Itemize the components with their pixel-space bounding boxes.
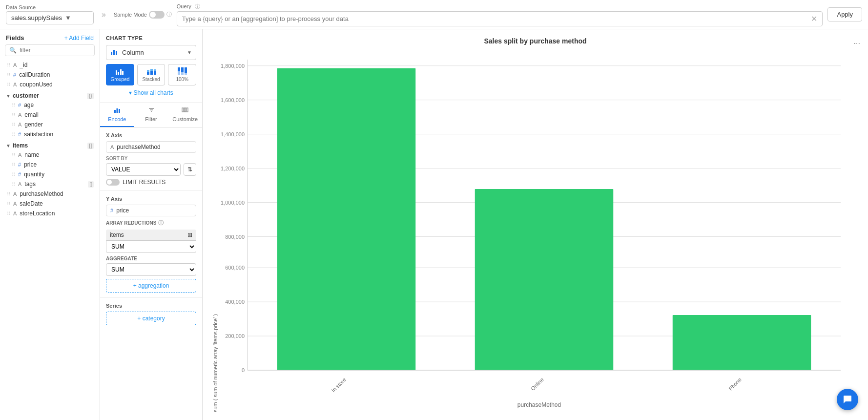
field-item[interactable]: ⠿ A name [0, 150, 100, 160]
field-item[interactable]: ⠿ # callDuration [0, 70, 100, 80]
svg-rect-3 [116, 70, 117, 75]
section-type-badge: {} [87, 93, 94, 99]
hundred-percent-variant-button[interactable]: 100% [168, 64, 196, 85]
search-icon: 🔍 [9, 47, 17, 54]
svg-text:1,600,000: 1,600,000 [221, 97, 245, 103]
array-reduction-remove-icon[interactable]: ⊞ [187, 231, 192, 238]
chart-type-select[interactable]: Column ▼ [106, 45, 196, 60]
svg-rect-20 [116, 108, 118, 113]
field-item[interactable]: ⠿ A purchaseMethod [0, 189, 100, 199]
items-section-header[interactable]: ▼ items [] [0, 139, 100, 150]
fields-panel: Fields + Add Field 🔍 ⠿ A _id ⠿ # callDur… [0, 29, 100, 420]
datasource-select[interactable]: sales.supplySales ▼ [6, 11, 94, 24]
array-reduction-select[interactable]: SUM AVG [106, 240, 196, 253]
field-type-text-icon: A [110, 144, 114, 150]
field-item[interactable]: ⠿ # price [0, 160, 100, 169]
sort-select[interactable]: VALUE LABEL COUNT [106, 163, 181, 176]
field-item[interactable]: ⠿ A saleDate [0, 199, 100, 209]
field-item[interactable]: ⠿ # quantity [0, 169, 100, 179]
section-collapse-icon: ▼ [6, 143, 11, 148]
sort-select-row: VALUE LABEL COUNT ⇅ [106, 163, 196, 176]
fields-list: ⠿ A _id ⠿ # callDuration ⠿ A couponUsed … [0, 60, 100, 420]
hundred-percent-label: 100% [176, 77, 188, 82]
field-item[interactable]: ⠿ A storeLocation [0, 209, 100, 218]
field-item[interactable]: ⠿ A tags [] [0, 179, 100, 189]
tab-filter[interactable]: Filter [134, 103, 168, 127]
aggregate-select[interactable]: SUM AVG COUNT [106, 263, 196, 276]
drag-handle-icon: ⠿ [12, 112, 15, 118]
section-label: customer [13, 92, 39, 99]
chart-title: Sales split by purchase method [484, 37, 586, 45]
field-item[interactable]: ⠿ A _id [0, 60, 100, 70]
customize-tab-label: Customize [172, 116, 198, 122]
array-reduction-item: items ⊞ SUM AVG [106, 230, 196, 253]
svg-rect-5 [120, 69, 122, 75]
svg-rect-16 [181, 67, 184, 72]
add-field-button[interactable]: + Add Field [64, 35, 94, 42]
data-source-label: Data Source [6, 4, 94, 10]
stacked-variant-button[interactable]: Stacked [137, 64, 165, 85]
aggregate-label: AGGREGATE [106, 256, 196, 261]
sample-mode-label: Sample Mode ⓘ [114, 11, 172, 19]
tab-customize[interactable]: Customize [168, 103, 202, 127]
field-type-text-icon: A [13, 62, 17, 68]
svg-rect-2 [116, 51, 117, 55]
field-item[interactable]: ⠿ A email [0, 110, 100, 120]
limit-results-toggle[interactable] [106, 179, 120, 186]
customer-section-header[interactable]: ▼ customer {} [0, 89, 100, 100]
grouped-label: Grouped [110, 77, 129, 82]
fields-title: Fields [6, 34, 24, 42]
field-type-text-icon: A [18, 181, 21, 187]
drag-handle-icon: ⠿ [12, 182, 15, 187]
query-input[interactable] [182, 15, 807, 22]
show-all-charts-link[interactable]: ▾ Show all charts [106, 89, 196, 96]
y-axis-section: Y Axis # price ARRAY REDUCTIONS ⓘ items … [100, 191, 202, 298]
chart-container: sum ( sum of numeric array 'items.price'… [210, 50, 860, 412]
sort-direction-button[interactable]: ⇅ [184, 163, 196, 176]
sample-mode-toggle[interactable] [149, 11, 165, 19]
svg-rect-1 [113, 50, 115, 55]
field-item[interactable]: ⠿ # satisfaction [0, 129, 100, 139]
field-name: name [24, 151, 39, 158]
svg-text:400,000: 400,000 [225, 299, 245, 305]
grouped-variant-button[interactable]: Grouped [106, 64, 134, 85]
add-aggregation-button[interactable]: + aggregation [106, 279, 196, 293]
chart-menu-button[interactable]: ... [854, 37, 860, 46]
field-type-text-icon: A [18, 122, 21, 127]
array-reductions-info-icon[interactable]: ⓘ [158, 219, 164, 227]
tab-encode[interactable]: Encode [100, 103, 134, 127]
field-name: callDuration [19, 71, 50, 78]
svg-text:0: 0 [242, 367, 245, 373]
add-series-button[interactable]: + category [106, 312, 196, 325]
field-type-text-icon: A [13, 201, 17, 207]
y-axis-field-name: price [116, 207, 129, 214]
filter-tab-icon [148, 106, 155, 115]
chat-button[interactable] [837, 389, 858, 410]
apply-button[interactable]: Apply [827, 7, 862, 21]
field-name: _id [20, 62, 27, 68]
chart-svg: 1,800,0001,600,0001,400,0001,200,0001,00… [218, 50, 860, 399]
x-axis-field-pill[interactable]: A purchaseMethod [106, 141, 196, 153]
svg-text:1,200,000: 1,200,000 [221, 166, 245, 171]
svg-text:1,400,000: 1,400,000 [221, 131, 245, 137]
filter-input[interactable] [20, 47, 93, 54]
y-axis-field-pill[interactable]: # price [106, 205, 196, 216]
svg-rect-18 [185, 67, 187, 73]
sample-mode-info-icon[interactable]: ⓘ [166, 11, 172, 18]
query-clear-button[interactable]: ✕ [811, 14, 817, 23]
drag-handle-icon: ⠿ [12, 152, 15, 158]
field-type-text-icon: A [18, 152, 21, 158]
field-item[interactable]: ⠿ A couponUsed [0, 80, 100, 89]
field-name: storeLocation [20, 210, 55, 217]
x-axis-section: X Axis A purchaseMethod SORT BY VALUE LA… [100, 127, 202, 191]
chevron-down-icon: ▼ [65, 14, 88, 21]
field-type-hash-icon: # [18, 162, 21, 168]
encode-tab-icon [114, 106, 121, 115]
main-layout: Fields + Add Field 🔍 ⠿ A _id ⠿ # callDur… [0, 29, 868, 420]
field-item[interactable]: ⠿ # age [0, 100, 100, 110]
field-item[interactable]: ⠿ A gender [0, 120, 100, 129]
series-section: Series + category [100, 298, 202, 330]
svg-rect-25 [182, 108, 184, 112]
query-info-icon[interactable]: ⓘ [195, 3, 200, 9]
x-axis-label-text: purchaseMethod [218, 401, 860, 412]
